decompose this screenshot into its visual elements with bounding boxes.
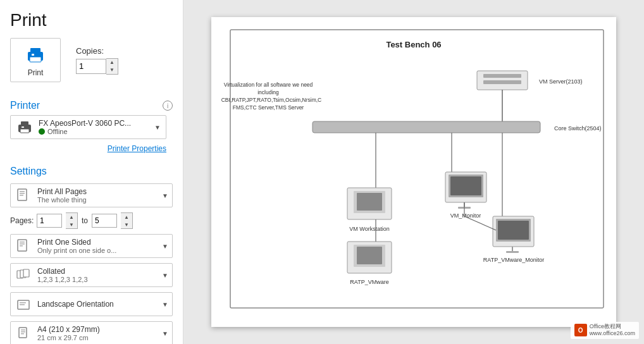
printer-select-icon	[16, 118, 34, 136]
svg-rect-6	[20, 129, 29, 133]
svg-rect-15	[20, 245, 23, 247]
setting-paper-size-text: A4 (210 x 297mm) 21 cm x 29.7 cm	[37, 325, 157, 341]
office-line2: www.office26.com	[590, 330, 635, 338]
svg-text:Core Switch(2504): Core Switch(2504)	[554, 125, 602, 132]
svg-rect-18	[23, 269, 29, 277]
svg-rect-1	[30, 48, 40, 53]
copies-input-wrapper: ▲ ▼	[76, 58, 118, 75]
setting-collated-arrow: ▼	[162, 272, 168, 279]
svg-rect-3	[32, 54, 34, 56]
orientation-icon	[15, 295, 32, 313]
left-panel: Print Print Copies: ▲ ▼ Pri	[0, 0, 183, 344]
setting-orientation-arrow: ▼	[162, 301, 168, 308]
printer-select-area: FX ApeosPort-V 3060 PC... Offline ▼	[0, 115, 183, 144]
print-button-label: Print	[28, 68, 44, 77]
pages-from-spinner: ▲ ▼	[66, 212, 78, 229]
svg-rect-10	[20, 193, 25, 194]
printer-section-title: Printer	[10, 100, 40, 111]
svg-rect-25	[21, 333, 24, 335]
copies-input[interactable]	[76, 59, 106, 74]
svg-rect-5	[21, 121, 28, 126]
setting-print-all-pages-sub: The whole thing	[37, 196, 157, 204]
setting-orientation-main: Landscape Orientation	[37, 300, 157, 309]
office-text: Office教程网 www.office26.com	[590, 323, 635, 338]
svg-rect-44	[357, 193, 382, 211]
copies-area: Copies: ▲ ▼	[76, 46, 118, 75]
svg-rect-53	[450, 176, 481, 195]
pages-from-decrement[interactable]: ▼	[66, 221, 77, 228]
svg-text:CBI,RATP,JPT,RATO,Tsim,Ocsim,N: CBI,RATP,JPT,RATO,Tsim,Ocsim,Nrsim,C	[221, 97, 322, 103]
copies-decrement[interactable]: ▼	[106, 66, 118, 74]
setting-collated-text: Collated 1,2,3 1,2,3 1,2,3	[37, 267, 157, 283]
printer-status: Offline	[39, 128, 149, 135]
svg-text:RATP_VMware_Monitor: RATP_VMware_Monitor	[483, 257, 544, 263]
setting-print-all-pages[interactable]: Print All Pages The whole thing ▼	[10, 183, 173, 207]
printer-section-header: Printer i	[0, 95, 183, 115]
copies-spinner: ▲ ▼	[106, 58, 118, 75]
svg-rect-24	[21, 331, 25, 333]
printer-properties-link[interactable]: Printer Properties	[0, 144, 183, 158]
pages-to-label: to	[82, 216, 88, 225]
printer-info: FX ApeosPort-V 3060 PC... Offline	[39, 119, 149, 135]
printer-name: FX ApeosPort-V 3060 PC...	[39, 119, 149, 128]
svg-text:VM Server(2103): VM Server(2103)	[539, 78, 583, 85]
svg-rect-21	[20, 304, 25, 305]
setting-print-one-sided-main: Print One Sided	[37, 238, 157, 247]
svg-rect-61	[506, 251, 519, 253]
page-title: Print	[0, 10, 183, 38]
svg-rect-33	[483, 74, 521, 78]
svg-text:VM_Monitor: VM_Monitor	[450, 212, 481, 219]
svg-rect-7	[22, 126, 24, 128]
printer-dropdown-arrow: ▼	[154, 124, 161, 131]
setting-paper-size-main: A4 (210 x 297mm)	[37, 325, 157, 334]
pages-icon	[15, 187, 32, 204]
preview-page: Test Bench 06 Virtualization for all sof…	[211, 17, 616, 327]
pages-from-increment[interactable]: ▲	[66, 213, 77, 221]
svg-rect-2	[30, 57, 41, 62]
pages-label: Pages:	[10, 216, 33, 225]
pages-to-increment[interactable]: ▲	[121, 213, 132, 221]
svg-rect-26	[230, 30, 604, 308]
setting-orientation[interactable]: Landscape Orientation ▼	[10, 292, 173, 316]
office-logo: O	[574, 324, 587, 336]
setting-print-one-sided-sub: Only print on one side o...	[37, 247, 157, 254]
setting-paper-size-arrow: ▼	[162, 330, 168, 337]
diagram-container: Test Bench 06 Virtualization for all sof…	[211, 17, 616, 327]
svg-text:RATP_VMware: RATP_VMware	[350, 279, 388, 285]
copies-increment[interactable]: ▲	[106, 59, 118, 66]
pages-from-input[interactable]	[37, 214, 62, 228]
setting-collated-sub: 1,2,3 1,2,3 1,2,3	[37, 276, 157, 283]
setting-collated[interactable]: Collated 1,2,3 1,2,3 1,2,3 ▼	[10, 263, 173, 287]
office-line1: Office教程网	[590, 323, 635, 331]
svg-rect-14	[20, 243, 25, 245]
pages-to-spinner: ▲ ▼	[121, 212, 133, 229]
pages-to-decrement[interactable]: ▼	[121, 221, 132, 228]
setting-one-sided-arrow: ▼	[162, 243, 168, 250]
setting-print-one-sided[interactable]: Print One Sided Only print on one side o…	[10, 234, 173, 258]
print-button[interactable]: Print	[10, 38, 61, 82]
status-dot	[39, 128, 45, 135]
info-icon[interactable]: i	[163, 101, 173, 111]
svg-text:Virtualization for all softwar: Virtualization for all software we need	[224, 82, 313, 88]
setting-paper-size[interactable]: A4 (210 x 297mm) 21 cm x 29.7 cm ▼	[10, 321, 173, 344]
svg-text:including: including	[257, 89, 279, 95]
print-button-area: Print Copies: ▲ ▼	[0, 38, 183, 90]
pages-to-input[interactable]	[92, 214, 117, 228]
svg-rect-23	[21, 329, 25, 331]
setting-paper-size-sub: 21 cm x 29.7 cm	[37, 334, 157, 341]
setting-print-all-pages-arrow: ▼	[162, 192, 168, 199]
copies-label: Copies:	[76, 46, 118, 56]
diagram-svg: Test Bench 06 Virtualization for all sof…	[211, 17, 616, 327]
collated-icon	[15, 266, 32, 284]
svg-rect-37	[313, 121, 540, 133]
svg-rect-20	[20, 302, 26, 304]
svg-text:FMS,CTC Server,TMS Server: FMS,CTC Server,TMS Server	[233, 104, 304, 111]
printer-status-text: Offline	[47, 128, 68, 135]
svg-text:Test Bench 06: Test Bench 06	[386, 40, 441, 49]
printer-dropdown[interactable]: FX ApeosPort-V 3060 PC... Offline ▼	[10, 115, 166, 139]
pages-row: Pages: ▲ ▼ to ▲ ▼	[0, 210, 183, 231]
svg-rect-48	[357, 247, 382, 264]
svg-rect-11	[20, 195, 23, 196]
setting-print-all-pages-main: Print All Pages	[37, 187, 157, 196]
setting-collated-main: Collated	[37, 267, 157, 276]
